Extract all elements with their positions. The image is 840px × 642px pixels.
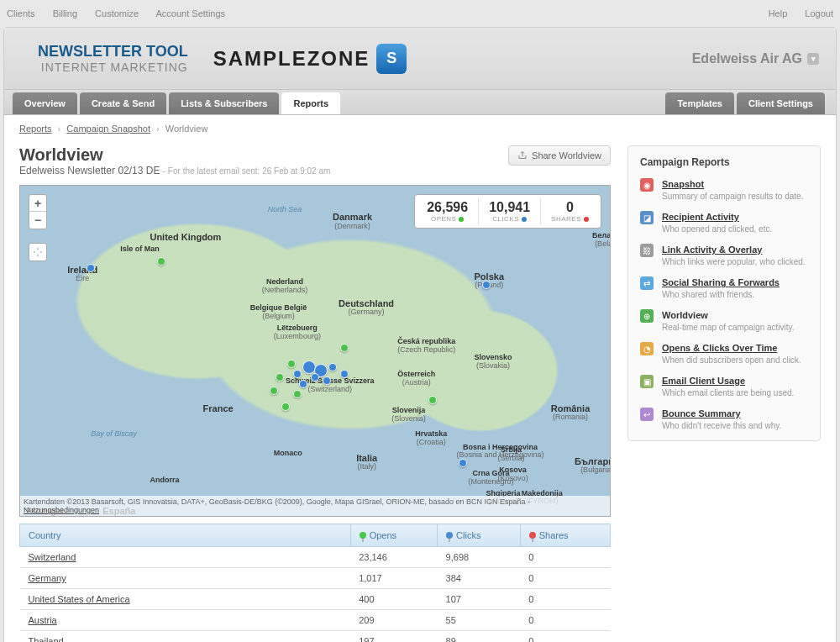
share-icon: [517, 150, 528, 160]
zoom-in-button[interactable]: +: [29, 195, 46, 212]
report-link[interactable]: Recipient Activity: [662, 212, 739, 222]
map-attribution: Kartendaten ©2013 Basarsoft, GIS Innovat…: [20, 496, 610, 516]
report-nav-item[interactable]: ▣Email Client UsageWhich email clients a…: [640, 375, 808, 397]
stat-shares-value: 0: [551, 200, 589, 215]
map-pin[interactable]: [293, 390, 302, 398]
pin-blue-icon: [446, 532, 453, 539]
worldview-map[interactable]: United KingdomIsle of ManIrelandÉireNort…: [19, 185, 611, 517]
country-link[interactable]: Austria: [29, 615, 57, 625]
map-pin[interactable]: [87, 264, 95, 272]
tab-templates[interactable]: Templates: [665, 92, 734, 114]
report-link[interactable]: Worldview: [662, 310, 708, 320]
report-icon: ◔: [640, 342, 654, 355]
map-pin[interactable]: [270, 387, 278, 395]
report-icon: ⇄: [640, 276, 654, 290]
tab-client-settings[interactable]: Client Settings: [737, 92, 825, 114]
report-icon: ⊕: [640, 309, 654, 323]
campaign-reports-panel: Campaign Reports ◉SnapshotSummary of cam…: [627, 145, 821, 441]
tab-reports[interactable]: Reports: [281, 92, 340, 114]
col-clicks[interactable]: Clicks: [438, 524, 521, 547]
map-pin[interactable]: [287, 360, 296, 368]
map-pin[interactable]: [323, 376, 331, 385]
crumb-campaign-snapshot[interactable]: Campaign Snapshot: [66, 124, 150, 134]
map-pin[interactable]: [157, 257, 165, 266]
nav-help[interactable]: Help: [769, 8, 788, 18]
nav-logout[interactable]: Logout: [805, 8, 833, 18]
nav-billing[interactable]: Billing: [53, 8, 77, 18]
stat-opens-value: 26,596: [427, 200, 468, 215]
country-link[interactable]: United States of America: [29, 594, 130, 604]
map-pin[interactable]: [311, 373, 319, 382]
client-selector[interactable]: Edelweiss Air AG ▾: [692, 51, 819, 66]
report-icon: ◪: [640, 211, 654, 224]
report-nav-item[interactable]: ⛓Link Activity & OverlayWhich links were…: [640, 244, 808, 266]
map-zoom-control: + −: [29, 194, 47, 229]
report-nav-item[interactable]: ◉SnapshotSummary of campaign results to …: [640, 178, 808, 201]
report-icon: ▣: [640, 375, 654, 388]
share-worldview-button[interactable]: Share Worldview: [508, 145, 611, 166]
map-pin[interactable]: [293, 370, 302, 378]
report-nav-item[interactable]: ◔Opens & Clicks Over TimeWhen did subscr…: [640, 342, 808, 365]
map-pin[interactable]: [281, 403, 290, 411]
map-pin[interactable]: [459, 459, 467, 467]
main-tabs: Overview Create & Send Lists & Subscribe…: [4, 90, 836, 115]
crumb-reports[interactable]: Reports: [19, 124, 52, 134]
brand-logo: SAMPLEZONE S: [213, 44, 407, 74]
map-pin[interactable]: [299, 380, 307, 388]
pin-green-icon: [360, 532, 366, 539]
report-desc: Which email clients are being used.: [662, 388, 794, 397]
map-pin[interactable]: [340, 344, 349, 352]
report-icon: ↩: [640, 408, 654, 421]
pin-red-icon: [529, 532, 536, 539]
report-nav-item[interactable]: ◪Recipient ActivityWho opened and clicke…: [640, 211, 808, 234]
header-bar: NEWSLETTER TOOL INTERNET MARKETING SAMPL…: [4, 28, 836, 90]
map-pin[interactable]: [340, 370, 349, 378]
brand-badge-icon: S: [376, 44, 407, 74]
report-link[interactable]: Bounce Summary: [662, 408, 741, 418]
report-icon: ⛓: [640, 244, 654, 257]
report-desc: Who shared with friends.: [662, 290, 780, 299]
breadcrumb: Reports › Campaign Snapshot › Worldview: [4, 115, 836, 142]
report-link[interactable]: Email Client Usage: [662, 376, 745, 386]
report-icon: ◉: [640, 178, 654, 192]
country-link[interactable]: Switzerland: [29, 552, 76, 562]
country-link[interactable]: Germany: [29, 573, 66, 583]
country-stats-table: Country Opens Clicks Shares Switzerland2…: [19, 524, 611, 642]
tab-create-send[interactable]: Create & Send: [80, 92, 166, 114]
report-link[interactable]: Link Activity & Overlay: [662, 245, 762, 255]
report-link[interactable]: Social Sharing & Forwards: [662, 277, 780, 287]
sidepanel-title: Campaign Reports: [640, 156, 808, 168]
chevron-down-icon: ▾: [807, 53, 819, 65]
nav-customize[interactable]: Customize: [95, 8, 139, 18]
table-row: Germany1,0173840: [20, 568, 611, 589]
report-desc: Which links were popular, who clicked.: [662, 257, 806, 266]
report-desc: Real-time map of campaign activity.: [662, 323, 795, 332]
map-pin[interactable]: [482, 281, 491, 289]
table-row: Switzerland23,1469,6980: [20, 547, 611, 568]
country-link[interactable]: Thailand: [29, 636, 64, 642]
dot-red-icon: [584, 217, 589, 222]
map-pin[interactable]: [276, 373, 284, 382]
page-title: Worldview: [19, 145, 330, 165]
zoom-out-button[interactable]: −: [29, 212, 46, 229]
col-shares[interactable]: Shares: [520, 524, 610, 547]
tab-lists-subscribers[interactable]: Lists & Subscribers: [169, 92, 279, 114]
report-link[interactable]: Snapshot: [662, 179, 704, 189]
report-link[interactable]: Opens & Clicks Over Time: [662, 343, 777, 353]
map-pin[interactable]: [328, 363, 337, 371]
map-pin[interactable]: [428, 396, 437, 404]
report-desc: When did subscribers open and click.: [662, 355, 801, 365]
map-terms-link[interactable]: Nutzungsbedingungen: [24, 506, 99, 514]
report-desc: Who didn't receive this and why.: [662, 421, 781, 430]
report-nav-item[interactable]: ⇄Social Sharing & ForwardsWho shared wit…: [640, 276, 808, 299]
col-country[interactable]: Country: [20, 524, 351, 547]
report-nav-item[interactable]: ⊕WorldviewReal-time map of campaign acti…: [640, 309, 808, 332]
app-logo-text: NEWSLETTER TOOL INTERNET MARKETING: [38, 43, 188, 74]
report-nav-item[interactable]: ↩Bounce SummaryWho didn't receive this a…: [640, 408, 808, 430]
map-pan-control[interactable]: [29, 243, 47, 261]
dot-green-icon: [459, 217, 464, 222]
col-opens[interactable]: Opens: [350, 524, 437, 547]
nav-clients[interactable]: Clients: [7, 8, 35, 18]
tab-overview[interactable]: Overview: [13, 92, 77, 114]
nav-account-settings[interactable]: Account Settings: [156, 8, 226, 18]
